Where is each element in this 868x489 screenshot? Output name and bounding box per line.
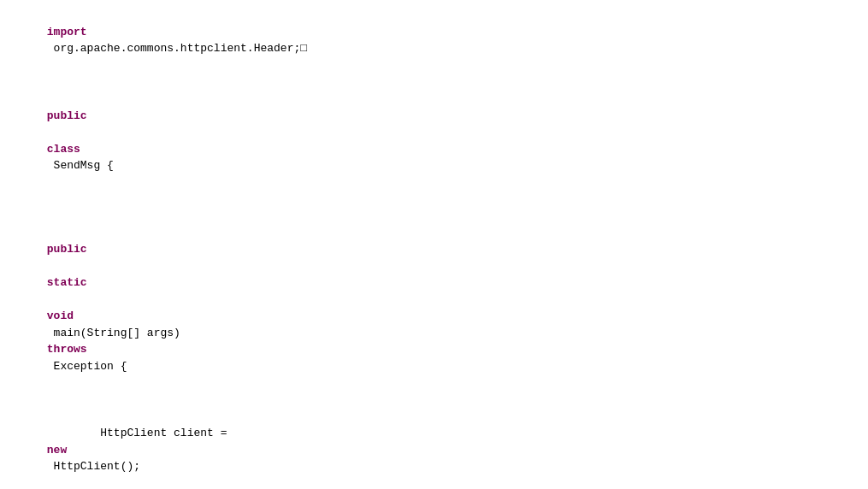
code-line-5: public static void main(String[] args) t… bbox=[0, 208, 868, 392]
code-line-3: public class SendMsg { bbox=[0, 91, 868, 191]
keyword-throws: throws bbox=[47, 343, 87, 356]
keyword-import: import bbox=[47, 26, 87, 38]
code-line-6 bbox=[0, 392, 868, 409]
code-line-2 bbox=[0, 74, 868, 91]
code-line-7: HttpClient client = new HttpClient(); bbox=[0, 409, 868, 490]
code-line-4 bbox=[0, 191, 868, 208]
code-editor: import org.apache.commons.httpclient.Hea… bbox=[0, 0, 868, 489]
code-line-1: import org.apache.commons.httpclient.Hea… bbox=[0, 7, 868, 74]
